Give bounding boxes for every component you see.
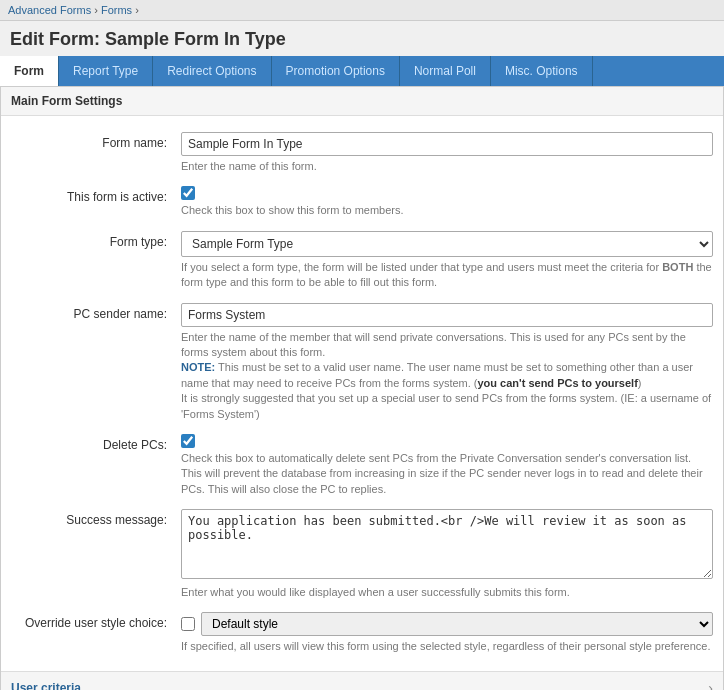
override-style-label: Override user style choice: [11,612,181,630]
tab-redirect-options[interactable]: Redirect Options [153,56,271,86]
is-active-checkbox-wrap [181,186,713,200]
is-active-control: Check this box to show this form to memb… [181,186,713,218]
form-body: Form name: Enter the name of this form. … [1,116,723,671]
chevron-right-icon: › [708,680,713,690]
tab-promotion-options[interactable]: Promotion Options [272,56,400,86]
is-active-hint: Check this box to show this form to memb… [181,203,713,218]
form-name-control: Enter the name of this form. [181,132,713,174]
pc-sender-note-label: NOTE: [181,361,215,373]
is-active-checkbox[interactable] [181,186,195,200]
form-name-label: Form name: [11,132,181,150]
form-name-hint: Enter the name of this form. [181,159,713,174]
tab-normal-poll[interactable]: Normal Poll [400,56,491,86]
delete-pcs-control: Check this box to automatically delete s… [181,434,713,497]
pc-sender-row: PC sender name: Enter the name of the me… [1,297,723,428]
tab-bar: Form Report Type Redirect Options Promot… [0,56,724,86]
delete-pcs-checkbox-wrap [181,434,713,448]
form-type-select[interactable]: Sample Form Type [181,231,713,257]
success-message-label: Success message: [11,509,181,527]
pc-sender-label: PC sender name: [11,303,181,321]
override-style-checkbox[interactable] [181,617,195,631]
section-title: Main Form Settings [1,87,723,116]
success-message-textarea[interactable]: You application has been submitted.<br /… [181,509,713,579]
user-criteria-bar[interactable]: User criteria › [1,671,723,690]
form-type-hint: If you select a form type, the form will… [181,260,713,291]
success-message-hint: Enter what you would like displayed when… [181,585,713,600]
delete-pcs-label: Delete PCs: [11,434,181,452]
form-type-label: Form type: [11,231,181,249]
override-style-select[interactable]: Default style [201,612,713,636]
override-style-inner: Default style [181,612,713,636]
form-name-row: Form name: Enter the name of this form. [1,126,723,180]
success-message-control: You application has been submitted.<br /… [181,509,713,600]
page-title: Edit Form: Sample Form In Type [0,21,724,56]
breadcrumb-advanced-forms[interactable]: Advanced Forms [8,4,91,16]
pc-sender-input[interactable] [181,303,713,327]
delete-pcs-row: Delete PCs: Check this box to automatica… [1,428,723,503]
tab-misc-options[interactable]: Misc. Options [491,56,593,86]
is-active-label: This form is active: [11,186,181,204]
form-name-input[interactable] [181,132,713,156]
delete-pcs-hint: Check this box to automatically delete s… [181,451,713,497]
override-style-row: Override user style choice: Default styl… [1,606,723,660]
content-area: Main Form Settings Form name: Enter the … [0,86,724,690]
override-style-control: Default style If specified, all users wi… [181,612,713,654]
is-active-row: This form is active: Check this box to s… [1,180,723,224]
form-type-row: Form type: Sample Form Type If you selec… [1,225,723,297]
tab-report-type[interactable]: Report Type [59,56,153,86]
success-message-row: Success message: You application has bee… [1,503,723,606]
breadcrumb-forms[interactable]: Forms [101,4,132,16]
pc-sender-control: Enter the name of the member that will s… [181,303,713,422]
pc-sender-hint: Enter the name of the member that will s… [181,330,713,422]
user-criteria-link[interactable]: User criteria [11,681,81,690]
delete-pcs-checkbox[interactable] [181,434,195,448]
form-type-control: Sample Form Type If you select a form ty… [181,231,713,291]
tab-form[interactable]: Form [0,56,59,86]
override-style-hint: If specified, all users will view this f… [181,639,713,654]
breadcrumb: Advanced Forms › Forms › [0,0,724,21]
